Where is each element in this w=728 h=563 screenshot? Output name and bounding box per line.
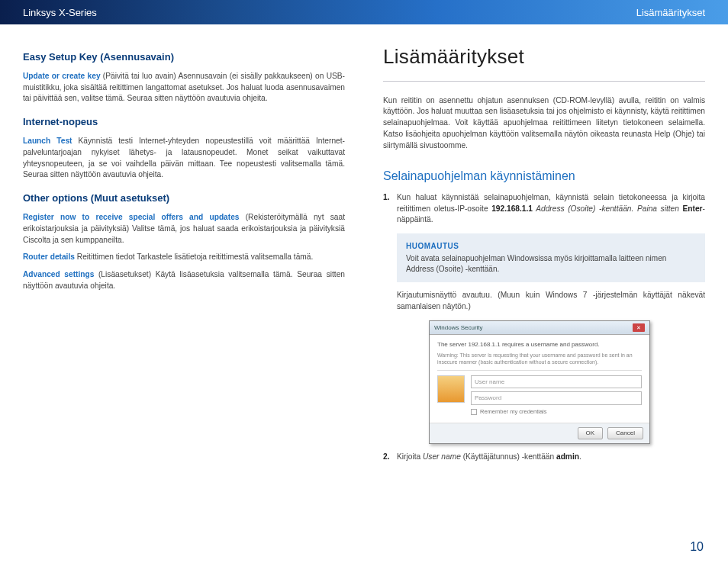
right-column: Lisämääritykset Kun reititin on asennett… [375, 40, 705, 470]
notice-title: HUOMAUTUS [406, 241, 696, 252]
title-rule [383, 81, 705, 82]
notice-body: Voit avata selainapuohjelman Windowsissa… [406, 254, 666, 273]
page-body: Easy Setup Key (Asennusavain) Update or … [0, 24, 728, 478]
ip-address: 192.168.1.1 [491, 204, 533, 213]
dialog-message: The server 192.168.1.1 requires a userna… [437, 341, 642, 371]
close-icon[interactable]: ✕ [633, 323, 645, 332]
para-internet-speed: Launch Test Käynnistä testi Internet-yht… [23, 136, 345, 181]
para-easy-setup: Update or create key (Päivitä tai luo av… [23, 71, 345, 105]
login-note: Kirjautumisnäyttö avautuu. (Muun kuin Wi… [383, 290, 705, 313]
credentials-row: User name Password Remember my credentia… [437, 375, 642, 417]
steps-list-2: 2. Kirjoita User name (Käyttäjätunnus) -… [383, 452, 705, 463]
kw-launch-test: Launch Test [23, 137, 72, 145]
dialog-screenshot: Windows Security ✕ The server 192.168.1.… [429, 320, 705, 444]
header-left: Linksys X-Series [23, 7, 97, 18]
header-right: Lisämääritykset [636, 7, 705, 18]
ok-button[interactable]: OK [578, 427, 604, 439]
page-number: 10 [690, 540, 704, 554]
dialog-titlebar: Windows Security ✕ [430, 321, 649, 336]
dialog-title: Windows Security [434, 323, 483, 333]
security-dialog: Windows Security ✕ The server 192.168.1.… [429, 320, 650, 444]
kw-register: Register now to receive special offers a… [23, 213, 240, 221]
notice-box: HUOMAUTUS Voit avata selainapuohjelman W… [397, 233, 705, 282]
step-number: 1. [383, 192, 390, 204]
step-2: 2. Kirjoita User name (Käyttäjätunnus) -… [397, 452, 705, 463]
kw-update-key: Update or create key [23, 72, 101, 80]
page-header: Linksys X-Series Lisämääritykset [0, 0, 728, 24]
step-number: 2. [383, 452, 390, 463]
heading-other-options: Other options (Muut asetukset) [23, 191, 345, 206]
password-input[interactable]: Password [471, 391, 642, 405]
heading-easy-setup: Easy Setup Key (Asennusavain) [23, 50, 345, 65]
heading-browser-util: Selainapuohjelman käynnistäminen [383, 167, 705, 185]
para-router-details: Router details Reitittimen tiedot Tarkas… [23, 252, 345, 263]
checkbox-icon[interactable] [471, 409, 477, 415]
kw-advanced: Advanced settings [23, 270, 94, 278]
heading-internet-speed: Internet-nopeus [23, 115, 345, 130]
kw-router-details: Router details [23, 253, 75, 261]
remember-checkbox[interactable]: Remember my credentials [471, 408, 642, 417]
cancel-button[interactable]: Cancel [607, 427, 643, 439]
para-register: Register now to receive special offers a… [23, 212, 345, 246]
page-title: Lisämääritykset [383, 43, 705, 72]
dialog-body: The server 192.168.1.1 requires a userna… [430, 335, 649, 423]
avatar-icon [437, 375, 465, 403]
dialog-footer: OK Cancel [430, 423, 649, 443]
step-1: 1. Kun haluat käynnistää selainapuohjelm… [397, 192, 705, 226]
para-advanced: Advanced settings (Lisäasetukset) Käytä … [23, 269, 345, 292]
username-input[interactable]: User name [471, 375, 642, 389]
steps-list: 1. Kun haluat käynnistää selainapuohjelm… [383, 192, 705, 226]
intro-paragraph: Kun reititin on asennettu ohjatun asennu… [383, 95, 705, 152]
inputs-col: User name Password Remember my credentia… [471, 375, 642, 417]
left-column: Easy Setup Key (Asennusavain) Update or … [23, 40, 353, 470]
dialog-warning: Warning: This server is requesting that … [437, 352, 642, 365]
